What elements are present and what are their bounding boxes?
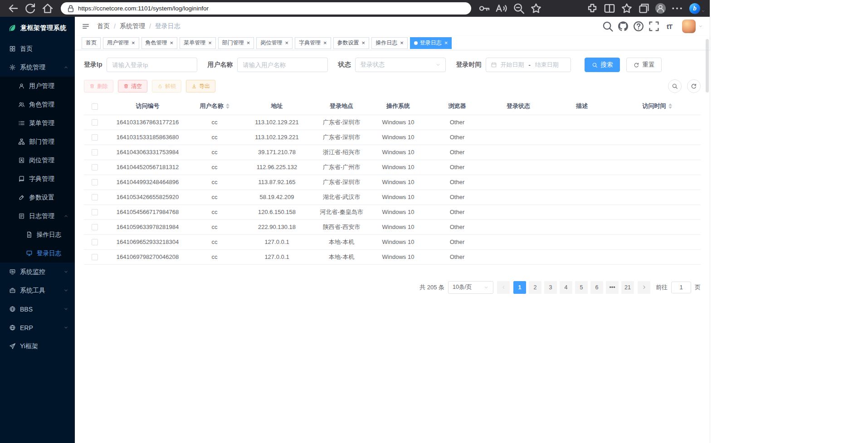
row-checkbox[interactable] — [92, 209, 98, 215]
tab-close-icon[interactable]: × — [170, 40, 174, 46]
user-avatar[interactable] — [682, 19, 696, 33]
sidebar-item-post-management[interactable]: 岗位管理 — [0, 151, 75, 170]
pagination-more-button[interactable]: ••• — [606, 281, 619, 294]
tab-item[interactable]: 字典管理× — [295, 37, 331, 49]
page-button[interactable]: 21 — [621, 281, 634, 294]
sort-caret-icon[interactable] — [226, 103, 229, 109]
browser-menu-icon[interactable] — [670, 2, 684, 15]
reset-button[interactable]: 重置 — [626, 58, 662, 72]
tab-close-icon[interactable]: × — [400, 40, 404, 46]
page-button[interactable]: 6 — [590, 281, 603, 294]
tab-close-icon[interactable]: × — [362, 40, 366, 46]
sidebar-item-bbs[interactable]: BBS — [0, 300, 75, 318]
chevron-down-icon[interactable] — [701, 9, 705, 13]
site-info-lock-icon[interactable] — [65, 4, 76, 14]
chevron-down-icon[interactable] — [698, 24, 703, 29]
delete-button[interactable]: 删除 — [84, 80, 113, 92]
tab-item[interactable]: 角色管理× — [141, 37, 178, 49]
tab-item[interactable]: 部门管理× — [218, 37, 254, 49]
favorites-icon[interactable] — [620, 2, 634, 15]
sidebar-collapse-icon[interactable] — [82, 22, 90, 30]
fullscreen-icon[interactable] — [648, 20, 660, 33]
sidebar-item-login-log[interactable]: 登录日志 — [0, 244, 75, 263]
tab-item[interactable]: 用户管理× — [103, 37, 139, 49]
unlock-button[interactable]: 解锁 — [152, 80, 181, 92]
breadcrumb-item[interactable]: 首页 — [97, 22, 110, 30]
login-time-range-picker[interactable]: 开始日期 - 结束日期 — [486, 58, 571, 72]
tab-item[interactable]: 首页 — [82, 37, 101, 49]
tab-close-icon[interactable]: × — [285, 40, 288, 46]
sidebar-item-home[interactable]: 首页 — [0, 39, 75, 58]
browser-refresh-button[interactable] — [24, 2, 37, 15]
search-button[interactable]: 搜索 — [585, 58, 620, 72]
sidebar-item-yi-framework[interactable]: Yi框架 — [0, 337, 75, 355]
row-checkbox[interactable] — [92, 194, 98, 200]
bing-copilot-icon[interactable]: b — [689, 3, 700, 14]
tab-close-icon[interactable]: × — [247, 40, 250, 46]
select-all-checkbox[interactable] — [92, 103, 98, 110]
toggle-search-button[interactable] — [668, 79, 682, 93]
sidebar-item-operation-log[interactable]: 操作日志 — [0, 225, 75, 244]
sidebar-item-system-monitor[interactable]: 系统监控 — [0, 263, 75, 281]
add-favorite-icon[interactable] — [529, 2, 543, 15]
address-bar[interactable]: https://ccnetcore.com:1101/system/log/lo… — [61, 2, 471, 15]
row-checkbox[interactable] — [92, 254, 98, 260]
tab-item[interactable]: 操作日志× — [371, 37, 408, 49]
tab-item[interactable]: 参数设置× — [333, 37, 370, 49]
sidebar-item-dept-management[interactable]: 部门管理 — [0, 132, 75, 151]
help-icon[interactable] — [632, 20, 645, 33]
sidebar-item-system-management[interactable]: 系统管理 — [0, 58, 75, 77]
page-button[interactable]: 4 — [560, 281, 572, 294]
sort-caret-icon[interactable] — [668, 103, 672, 109]
export-button[interactable]: 导出 — [186, 80, 215, 92]
sidebar-item-role-management[interactable]: 角色管理 — [0, 95, 75, 114]
browser-back-button[interactable] — [6, 2, 20, 15]
browser-home-button[interactable] — [41, 2, 54, 15]
tab-item[interactable]: 岗位管理× — [256, 37, 293, 49]
password-manager-icon[interactable] — [478, 2, 491, 15]
tab-close-icon[interactable]: × — [323, 40, 327, 46]
page-size-select[interactable]: 10条/页 — [448, 281, 493, 294]
extensions-icon[interactable] — [585, 2, 599, 15]
tab-close-icon[interactable]: × — [444, 40, 448, 46]
tab-item[interactable]: 登录日志× — [410, 37, 452, 49]
sidebar-item-user-management[interactable]: 用户管理 — [0, 77, 75, 95]
scrollbar-thumb[interactable] — [706, 39, 709, 92]
row-checkbox[interactable] — [92, 149, 98, 156]
browser-profile-avatar[interactable] — [655, 3, 666, 14]
row-checkbox[interactable] — [92, 179, 98, 185]
row-checkbox[interactable] — [92, 239, 98, 245]
collections-icon[interactable] — [637, 2, 651, 15]
read-aloud-icon[interactable] — [495, 2, 508, 15]
row-checkbox[interactable] — [92, 119, 98, 126]
page-button[interactable]: 3 — [544, 281, 557, 294]
next-page-button[interactable] — [638, 281, 650, 294]
tab-close-icon[interactable]: × — [208, 40, 212, 46]
sidebar-item-dict-management[interactable]: 字典管理 — [0, 170, 75, 188]
tab-close-icon[interactable]: × — [132, 40, 135, 46]
sidebar-item-log-management[interactable]: 日志管理 — [0, 207, 75, 225]
sidebar-item-menu-management[interactable]: 菜单管理 — [0, 114, 75, 132]
font-size-icon[interactable]: tT — [663, 20, 676, 33]
refresh-table-button[interactable] — [687, 79, 701, 93]
page-button[interactable]: 2 — [529, 281, 541, 294]
status-select[interactable]: 登录状态 — [355, 58, 446, 72]
prev-page-button[interactable] — [497, 281, 510, 294]
login-ip-input[interactable] — [107, 58, 197, 72]
header-search-icon[interactable] — [601, 20, 614, 33]
sidebar-item-system-tools[interactable]: 系统工具 — [0, 281, 75, 300]
user-name-input[interactable] — [237, 58, 328, 72]
tab-item[interactable]: 菜单管理× — [180, 37, 216, 49]
sidebar-item-param-settings[interactable]: 参数设置 — [0, 188, 75, 207]
sidebar-item-erp[interactable]: ERP — [0, 318, 75, 337]
page-button[interactable]: 1 — [513, 281, 526, 294]
page-button[interactable]: 5 — [575, 281, 588, 294]
row-checkbox[interactable] — [92, 134, 98, 141]
split-screen-icon[interactable] — [603, 2, 616, 15]
goto-page-input[interactable] — [671, 282, 691, 293]
github-icon[interactable] — [617, 20, 629, 33]
clear-button[interactable]: 清空 — [118, 80, 147, 92]
row-checkbox[interactable] — [92, 164, 98, 170]
row-checkbox[interactable] — [92, 224, 98, 230]
breadcrumb-item[interactable]: 系统管理 — [120, 22, 145, 30]
